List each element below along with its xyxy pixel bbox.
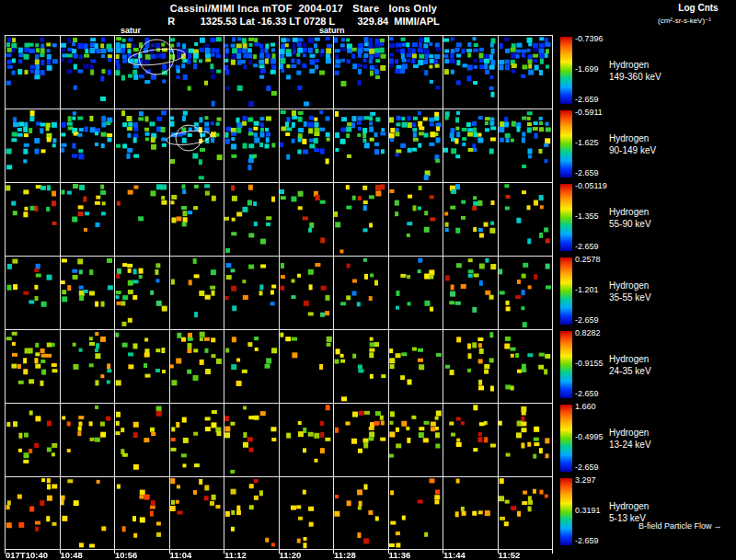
- time-tick-label: 10:56: [115, 550, 137, 560]
- bfield-flow-label: B-field Particle Flow→: [638, 521, 722, 531]
- spectrogram-panel-grid: [5, 35, 553, 554]
- row-energy-label: 13-24 keV: [609, 440, 651, 450]
- colorbar-tick-label: -2.659: [575, 536, 599, 545]
- colorbar-tick-label: 3.297: [575, 475, 596, 485]
- colorbar-tick-label: -0.4995: [575, 432, 604, 441]
- colorbar-tick-label: 0.2578: [575, 255, 601, 264]
- row-energy-label: 24-35 keV: [609, 366, 651, 376]
- row-energy-label: 149-360 keV: [609, 72, 661, 82]
- saturn-annotation-right: saturn: [319, 26, 345, 35]
- row-species-label: Hydrogen: [609, 133, 649, 143]
- flow-arrow-icon: →: [714, 521, 722, 531]
- time-tick-label: 11:20: [280, 550, 302, 560]
- plot-title: Cassini/MIMI Inca mTOF 2004-017 Stare Io…: [0, 3, 607, 14]
- time-tick-label: 11:44: [443, 550, 466, 560]
- colorbar-tick-label: -0.5911: [575, 108, 603, 117]
- spectrogram-plot-window: Cassini/MIMI Inca mTOF 2004-017 Stare Io…: [0, 0, 736, 560]
- time-tick-label: 11:12: [224, 550, 247, 560]
- colorbar-row-5: [560, 331, 572, 398]
- colorbar-tick-label: 1.660: [575, 402, 596, 411]
- colorbar-tick-label: 0.8282: [575, 328, 601, 337]
- colorbar-tick-label: -1.699: [575, 64, 599, 74]
- colorbar-tick-label: -1.355: [575, 211, 599, 221]
- colorbar-tick-label: -2.659: [575, 95, 599, 104]
- colorbar-row-6: [560, 405, 572, 472]
- saturn-annotation-left: satur: [121, 26, 141, 35]
- time-tick-label: 11:36: [389, 550, 411, 560]
- time-tick-label: 10:48: [61, 550, 83, 560]
- bfield-flow-text: B-field Particle Flow: [638, 521, 712, 531]
- row-energy-label: 35-55 keV: [609, 292, 651, 303]
- colorbar-tick-label: 0.3191: [575, 506, 601, 515]
- colorbar-legend-title: Log Cnts: [662, 3, 734, 13]
- row-species-label: Hydrogen: [609, 280, 649, 291]
- time-tick-label: 11:52: [499, 550, 521, 560]
- colorbar-tick-label: -2.659: [575, 242, 599, 251]
- colorbar-tick-label: -2.659: [575, 463, 599, 472]
- colorbar-tick-label: -1.201: [575, 285, 599, 294]
- colorbar-row-1: [560, 37, 572, 104]
- row-species-label: Hydrogen: [609, 354, 649, 364]
- colorbar-row-3: [560, 184, 572, 251]
- colorbar-tick-label: -2.659: [575, 389, 599, 398]
- colorbar-tick-label: -1.625: [575, 138, 599, 147]
- colorbar-row-4: [560, 257, 572, 325]
- row-species-label: Hydrogen: [609, 501, 649, 511]
- row-energy-label: 55-90 keV: [609, 219, 651, 229]
- time-tick-label: 11:04: [170, 550, 192, 560]
- colorbar-tick-label: -2.659: [575, 315, 599, 325]
- colorbar-tick-label: -0.05119: [575, 181, 607, 190]
- colorbar-row-2: [560, 110, 572, 177]
- colorbar-legend-units: (cm²-sr-s-keV)⁻¹: [635, 17, 734, 25]
- colorbar-row-7: [560, 478, 572, 545]
- plot-ephemeris-line: R 1325.53 Lat -16.33 LT 0728 L 329.84 MI…: [0, 16, 607, 27]
- time-tick-label: 017T10:40: [6, 550, 48, 560]
- row-species-label: Hydrogen: [609, 60, 649, 70]
- row-energy-label: 90-149 keV: [609, 145, 656, 155]
- time-tick-label: 11:28: [334, 550, 356, 560]
- colorbar-tick-label: -0.7396: [575, 34, 604, 43]
- row-species-label: Hydrogen: [609, 428, 649, 438]
- colorbar-tick-label: -2.659: [575, 168, 599, 177]
- colorbar-tick-label: -0.9155: [575, 359, 604, 368]
- row-species-label: Hydrogen: [609, 207, 649, 217]
